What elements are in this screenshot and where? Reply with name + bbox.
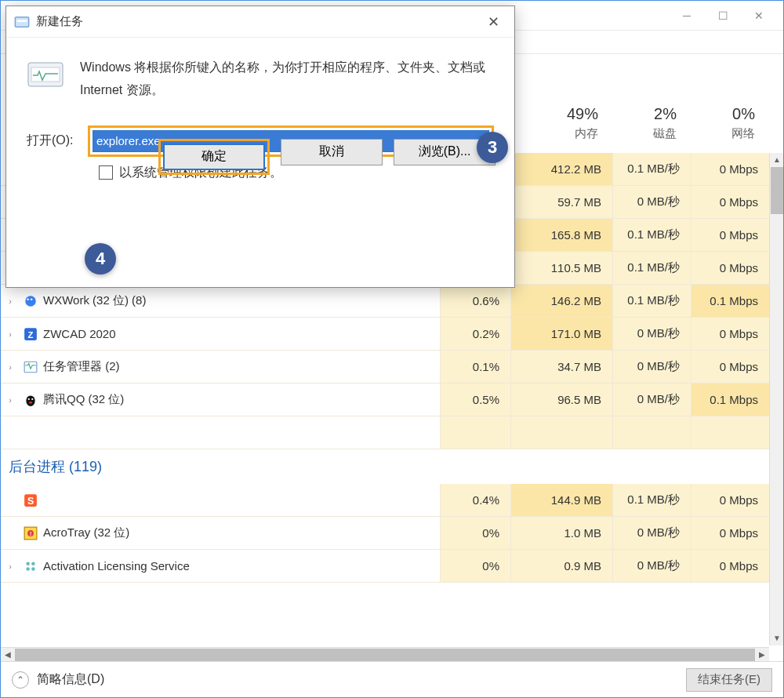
expand-toggle[interactable]: › [1,296,20,306]
header-network[interactable]: 0% 网络 [691,105,769,148]
svg-point-8 [28,398,30,399]
scroll-right-arrow[interactable]: ▶ [755,648,769,662]
run-dialog: 新建任务 ✕ Windows 将根据你所键入的名称，为你打开相应的程序、文件夹、… [5,5,515,288]
dialog-buttons: 确定 取消 浏览(B)... [158,139,495,175]
process-row[interactable]: ›ZZWCAD 20200.2%171.0 MB0 MB/秒0 Mbps [1,318,769,351]
svg-point-7 [26,395,34,406]
empty-row [1,416,769,449]
memory-cell: 96.5 MB [510,384,612,416]
svg-point-2 [27,298,29,300]
svg-rect-21 [17,20,27,22]
maximize-button[interactable]: ☐ [705,3,741,28]
scroll-left-arrow[interactable]: ◀ [1,648,15,662]
network-cell: 0 Mbps [691,186,769,218]
process-icon: ! [20,526,42,540]
memory-cell: 110.5 MB [510,252,612,284]
disk-cell: 0.1 MB/秒 [612,219,691,251]
network-cell: 0 Mbps [691,153,769,185]
process-row[interactable]: ›Activation Licensing Service0%0.9 MB0 M… [1,550,769,583]
ok-button-highlight: 确定 [158,139,270,175]
process-icon: Z [20,327,42,341]
ok-button[interactable]: 确定 [163,144,265,170]
svg-point-10 [29,402,33,403]
disk-cell: 0.1 MB/秒 [612,484,691,516]
expand-toggle[interactable]: › [1,329,20,339]
minimize-button[interactable]: ─ [669,3,705,28]
expand-toggle[interactable]: › [1,395,20,405]
header-disk[interactable]: 2% 磁盘 [612,105,691,148]
vertical-scrollbar[interactable]: ▲ ▼ [769,153,783,645]
process-row[interactable]: ›任务管理器 (2)0.1%34.7 MB0 MB/秒0 Mbps [1,351,769,384]
process-row[interactable]: ›腾讯QQ (32 位)0.5%96.5 MB0 MB/秒0.1 Mbps [1,384,769,416]
process-name: 腾讯QQ (32 位) [42,392,440,407]
network-cell: 0 Mbps [691,318,769,350]
process-name: ZWCAD 2020 [42,327,440,340]
dialog-title: 新建任务 [36,14,480,29]
network-cell: 0 Mbps [691,351,769,383]
annotation-3: 3 [477,132,508,163]
memory-cell: 171.0 MB [510,318,612,350]
cpu-cell: 0.1% [440,351,510,383]
footer: ⌃ 简略信息(D) 结束任务(E) [1,661,783,697]
background-processes-section: 后台进程 (119) [1,449,769,484]
process-row[interactable]: !AcroTray (32 位)0%1.0 MB0 MB/秒0 Mbps [1,517,769,550]
process-row[interactable]: ›WXWork (32 位) (8)0.6%146.2 MB0.1 MB/秒0.… [1,285,769,318]
disk-cell: 0 MB/秒 [612,318,691,350]
scroll-up-arrow[interactable]: ▲ [770,153,784,167]
expand-toggle[interactable]: › [1,562,20,571]
process-icon [20,294,42,308]
dialog-prompt-text: Windows 将根据你所键入的名称，为你打开相应的程序、文件夹、文档或 Int… [80,56,494,102]
svg-point-1 [25,296,36,307]
scroll-down-arrow[interactable]: ▼ [770,631,784,645]
svg-point-17 [31,562,35,565]
close-button[interactable]: ✕ [741,3,777,28]
end-task-button[interactable]: 结束任务(E) [686,668,772,692]
memory-cell: 412.2 MB [510,153,612,185]
process-icon [20,360,42,374]
disk-cell: 0 MB/秒 [612,351,691,383]
disk-cell: 0 MB/秒 [612,550,691,582]
svg-point-19 [31,567,35,571]
run-dialog-icon [14,14,30,30]
network-cell: 0 Mbps [691,517,769,549]
dialog-close-button[interactable]: ✕ [480,11,506,33]
column-headers: 49% 内存 2% 磁盘 0% 网络 [510,54,769,148]
memory-cell: 0.9 MB [510,550,612,582]
dialog-body: Windows 将根据你所键入的名称，为你打开相应的程序、文件夹、文档或 Int… [6,38,514,189]
process-icon [20,559,42,573]
svg-point-9 [31,398,33,399]
cpu-cell: 0.2% [440,318,510,350]
process-name: Activation Licensing Service [42,559,440,573]
vertical-scroll-thumb[interactable] [771,167,783,214]
dialog-titlebar: 新建任务 ✕ [6,6,514,38]
network-cell: 0 Mbps [691,484,769,516]
disk-cell: 0.1 MB/秒 [612,252,691,284]
process-row[interactable]: S0.4%144.9 MB0.1 MB/秒0 Mbps [1,484,769,517]
svg-point-16 [26,562,30,565]
process-name: WXWork (32 位) (8) [42,293,440,308]
header-memory[interactable]: 49% 内存 [510,105,612,148]
disk-cell: 0.1 MB/秒 [612,153,691,185]
horizontal-scroll-thumb[interactable] [15,649,755,661]
disk-cell: 0 MB/秒 [612,186,691,218]
network-cell: 0 Mbps [691,550,769,582]
cpu-cell: 0.5% [440,384,510,416]
process-name: AcroTray (32 位) [42,525,440,540]
expand-toggle[interactable]: › [1,362,20,372]
memory-cell: 1.0 MB [510,517,612,549]
fewer-details-icon[interactable]: ⌃ [12,671,29,689]
disk-cell: 0 MB/秒 [612,517,691,549]
horizontal-scrollbar[interactable]: ◀ ▶ [1,647,769,661]
svg-text:!: ! [30,530,31,536]
memory-cell: 34.7 MB [510,351,612,383]
memory-cell: 144.9 MB [510,484,612,516]
admin-checkbox[interactable] [99,165,113,180]
cancel-button[interactable]: 取消 [281,139,383,165]
process-name: 任务管理器 (2) [42,359,440,374]
process-icon [20,393,42,407]
task-manager-window: 任务管理器 ─ ☐ ✕ 文件(F) 选项(O) 查看(V) 49% 内存 2% … [0,0,784,698]
disk-cell: 0.1 MB/秒 [612,285,691,317]
fewer-details-label[interactable]: 简略信息(D) [37,671,686,688]
svg-rect-6 [24,362,37,373]
svg-text:S: S [27,495,34,506]
